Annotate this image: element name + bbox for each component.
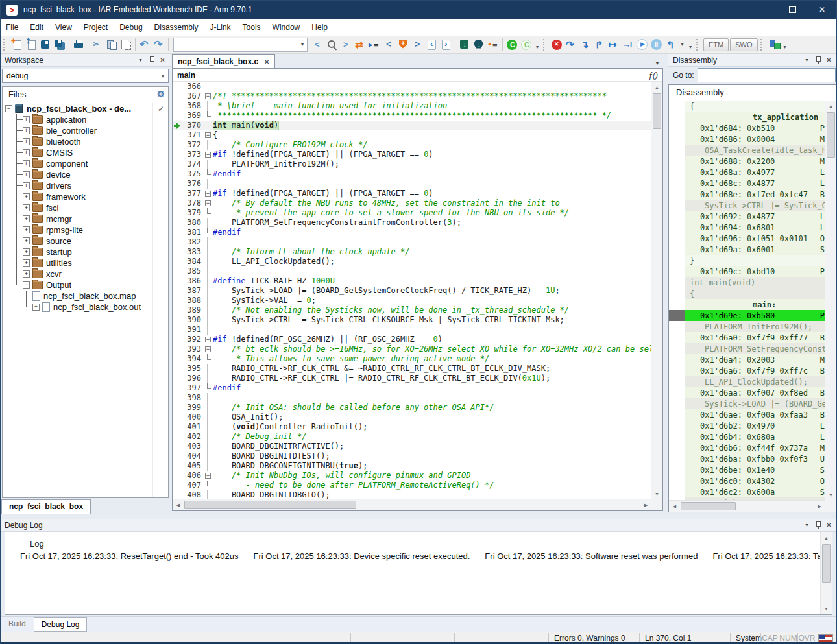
menu-item-debug[interactable]: Debug <box>114 19 148 36</box>
disasm-row[interactable]: SysTick->CTRL |= SysTick_CT <box>669 200 825 211</box>
menu-item-project[interactable]: Project <box>78 19 114 36</box>
tree-item-bluetooth[interactable]: +bluetooth <box>3 136 168 147</box>
breakpoints-icon[interactable] <box>486 38 500 52</box>
toolbar-overflow-icon[interactable]: ▾ <box>781 37 789 52</box>
toolbar-overflow-icon[interactable]: ▾ <box>533 37 541 52</box>
break-icon[interactable] <box>649 38 664 52</box>
swo-button[interactable]: SWO <box>730 38 757 51</box>
find-icon[interactable] <box>324 38 339 52</box>
pin-icon[interactable] <box>812 55 823 65</box>
code-line[interactable]: 385 <box>173 267 651 276</box>
code-line[interactable]: 378− /* By default the NBU runs to 48MHz… <box>173 198 651 208</box>
disasm-row[interactable]: 0x1'd6ae:0xf00a 0xfaa3B <box>669 409 825 420</box>
tree-item-ble-controller[interactable]: +ble_controller <box>3 125 168 136</box>
scroll-down-icon[interactable] <box>825 490 836 501</box>
code-line[interactable]: 369 ************************************… <box>173 111 651 121</box>
fold-collapse-icon[interactable]: − <box>205 132 211 138</box>
code-line[interactable]: 368 * \brief main function used for init… <box>173 101 651 111</box>
disasm-row[interactable]: { <box>669 288 825 299</box>
code-line[interactable]: 375#endif <box>173 169 651 179</box>
fold-marker-icon[interactable]: − <box>204 189 213 198</box>
fold-marker-icon[interactable] <box>204 383 213 393</box>
code-line[interactable]: 366 <box>173 82 651 91</box>
reset-icon[interactable] <box>664 38 678 52</box>
expander-plus-icon[interactable]: + <box>23 127 30 134</box>
redo-icon[interactable] <box>152 38 166 52</box>
disasm-row[interactable]: 0x1'd6c2:0x600aS <box>669 486 825 497</box>
disasm-row[interactable]: 0x1'd692:0x4877L <box>669 211 825 222</box>
gear-icon[interactable] <box>156 87 165 102</box>
fold-marker-icon[interactable]: − <box>204 344 213 354</box>
menu-item-view[interactable]: View <box>49 19 78 36</box>
disasm-row[interactable]: 0x1'd6c0:0x4302O <box>669 475 825 486</box>
disasm-row[interactable]: SysTick->LOAD |= (BOARD_Get <box>669 398 825 409</box>
disasm-row[interactable]: 0x1'd6a0:0xf7f9 0xff77B <box>669 332 825 343</box>
disasm-row[interactable]: 0x1'd69e:0xb580P <box>669 310 825 321</box>
code-line[interactable]: 406− /* Init NbuDbg IOs, will configure … <box>173 471 651 481</box>
disasm-row[interactable]: 0x1'd6be:0x1e40S <box>669 464 825 475</box>
code-line[interactable]: 400 OSA_Init(); <box>173 412 651 422</box>
menu-item-window[interactable]: Window <box>267 19 306 36</box>
fold-marker-icon[interactable]: − <box>204 91 213 101</box>
fold-collapse-icon[interactable]: − <box>205 346 211 352</box>
code-line[interactable]: 399 /* Init OSA: should be called before… <box>173 403 651 412</box>
tree-item-output[interactable]: −Output <box>3 280 168 291</box>
scroll-down-icon[interactable] <box>651 488 662 499</box>
disasm-row[interactable]: 0x1'd6aa:0xf007 0xf8edB <box>669 387 825 398</box>
code-line[interactable]: 387 SysTick->LOAD |= (BOARD_GetSystemCor… <box>173 286 651 296</box>
tab-list-dropdown-icon[interactable] <box>655 60 663 68</box>
code-line[interactable]: 374 PLATFORM_InitFro192M(); <box>173 160 651 169</box>
editor-tab[interactable]: ncp_fsci_black_box.c <box>172 54 275 68</box>
tree-item-cmsis[interactable]: +CMSIS <box>3 147 168 158</box>
fold-collapse-icon[interactable]: − <box>205 152 211 158</box>
log-line[interactable]: Fri Oct 17, 2025 16:23:33: Device specif… <box>239 551 470 561</box>
code-line[interactable]: 367−/*! ********************************… <box>173 91 651 101</box>
expander-minus-icon[interactable]: − <box>5 105 12 112</box>
code-line[interactable]: 379 * prevent the app core to set a slow… <box>173 208 651 218</box>
tree-item-xcvr[interactable]: +xcvr <box>3 268 168 280</box>
menu-item-tools[interactable]: Tools <box>237 19 267 36</box>
panel-menu-icon[interactable] <box>135 55 146 65</box>
disasm-row[interactable]: 0x1'd69a:0x6001S <box>669 244 825 255</box>
editor-vertical-scrollbar[interactable] <box>651 82 662 499</box>
fold-marker-icon[interactable] <box>204 354 213 364</box>
disasm-row[interactable]: 0x1'd6ba:0xfbb0 0xf0f3U <box>669 453 825 464</box>
save-all-icon[interactable] <box>53 38 67 52</box>
disasm-row[interactable]: { <box>669 101 825 112</box>
search-combo-arrow-icon[interactable]: ▾ <box>298 42 307 47</box>
code-line[interactable]: 401 (void)Controller_RadioInit(); <box>173 422 651 432</box>
menu-item-file[interactable]: File <box>0 19 24 36</box>
expander-plus-icon[interactable]: + <box>23 193 30 200</box>
fold-marker-icon[interactable] <box>204 111 213 121</box>
expander-plus-icon[interactable]: + <box>23 248 30 256</box>
disasm-row[interactable]: OSA_TaskCreate(idle_task_ha <box>669 145 825 156</box>
fold-collapse-icon[interactable]: − <box>205 200 211 206</box>
scroll-left-icon[interactable] <box>669 501 680 512</box>
close-icon[interactable] <box>823 520 834 530</box>
stop-debugging-icon[interactable] <box>550 38 564 52</box>
expander-plus-icon[interactable]: + <box>23 215 30 222</box>
code-line[interactable]: 386#define TICK_RATE_HZ 1000U <box>173 276 651 286</box>
fold-collapse-icon[interactable]: − <box>205 93 211 99</box>
code-line[interactable]: 373−#if !defined(FPGA_TARGET) || (FPGA_T… <box>173 150 651 160</box>
toggle-bookmark-icon[interactable] <box>396 38 410 52</box>
disasm-row[interactable]: LL_API_ClockUpdated(); <box>669 376 825 387</box>
code-line[interactable]: 371−{ <box>173 130 651 140</box>
menu-item-help[interactable]: Help <box>306 19 334 36</box>
scroll-right-icon[interactable] <box>640 499 651 510</box>
scroll-up-icon[interactable] <box>821 532 832 543</box>
code-line[interactable]: 383 /* Inform LL about the clock update … <box>173 247 651 257</box>
pin-icon[interactable] <box>812 520 823 530</box>
chevron-down-icon[interactable]: ▼ <box>158 73 168 79</box>
workspace-project-tab[interactable]: ncp_fsci_black_box <box>1 499 91 514</box>
cstat-clear-icon[interactable] <box>519 38 533 52</box>
undo-icon[interactable] <box>138 38 152 52</box>
expander-plus-icon[interactable]: + <box>32 304 40 311</box>
search-input[interactable] <box>174 40 298 49</box>
scroll-up-icon[interactable] <box>651 82 662 93</box>
disasm-row[interactable]: 0x1'd688:0x2200M <box>669 156 825 167</box>
code-line[interactable]: 388 SysTick->VAL = 0; <box>173 296 651 305</box>
code-line[interactable]: 395 RADIO_CTRL->RF_CLK_CTRL &= ~RADIO_CT… <box>173 364 651 374</box>
scrollbar-thumb[interactable] <box>681 502 736 510</box>
scroll-left-icon[interactable] <box>173 499 184 510</box>
